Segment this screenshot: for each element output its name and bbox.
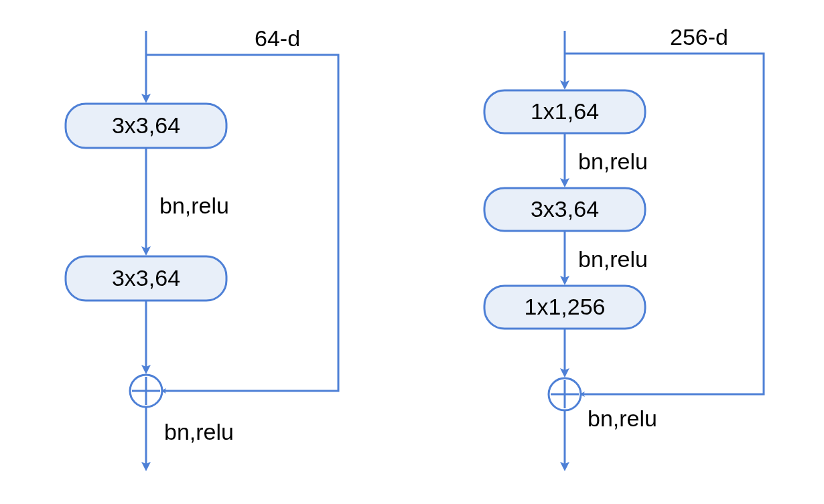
left-add-node — [130, 375, 162, 407]
right-edge2-label: bn,relu — [578, 246, 648, 272]
right-block1-label: 1x1,64 — [531, 98, 599, 124]
right-block3-label: 1x1,256 — [525, 294, 606, 319]
left-block1-label: 3x3,64 — [112, 112, 180, 138]
right-block2-label: 3x3,64 — [531, 196, 599, 222]
left-top-label: 64-d — [255, 25, 300, 51]
left-block2-label: 3x3,64 — [112, 265, 180, 290]
right-edge1-label: bn,relu — [578, 149, 648, 174]
left-diagram: 64-d 3x3,64 bn,relu 3x3,64 bn,relu — [66, 25, 338, 469]
right-top-label: 256-d — [670, 24, 728, 50]
left-final-label: bn,relu — [164, 419, 234, 444]
right-add-node — [549, 378, 581, 410]
left-edge1-label: bn,relu — [159, 193, 229, 218]
right-diagram: 256-d 1x1,64 bn,relu 3x3,64 bn,relu 1x1,… — [484, 24, 764, 469]
right-final-label: bn,relu — [588, 406, 657, 431]
